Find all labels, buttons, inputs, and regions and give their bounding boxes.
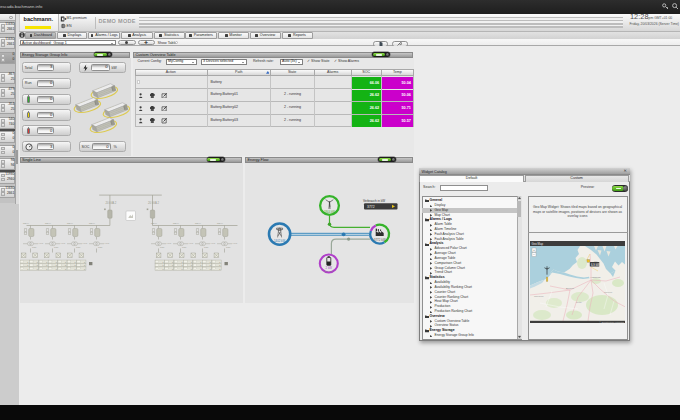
svg-text:Trafo: Trafo (204, 246, 208, 248)
svg-text:© OpenStreetMap contributors: © OpenStreetMap contributors (599, 320, 623, 322)
svg-text:x kW: x kW (82, 241, 87, 243)
svg-text:1402 kW: 1402 kW (274, 239, 285, 243)
svg-text:(266 kW): (266 kW) (324, 270, 334, 273)
svg-text:−: − (533, 252, 535, 256)
svg-text:Trafo: Trafo (160, 246, 164, 248)
svg-text:Trafo: Trafo (76, 246, 80, 248)
svg-text:Trafo: Trafo (182, 246, 186, 248)
svg-text:x kW: x kW (38, 241, 43, 243)
svg-text:NSHV: NSHV (45, 222, 52, 224)
svg-text:NSHV: NSHV (23, 222, 30, 224)
svg-text:Trafo: Trafo (54, 246, 58, 248)
svg-text:3772 kW: 3772 kW (374, 237, 386, 241)
svg-text:NSHV: NSHV (67, 222, 74, 224)
svg-text:NSHV: NSHV (89, 222, 96, 224)
svg-text:Schwerin: Schwerin (604, 291, 612, 293)
svg-text:NSHV: NSHV (217, 222, 224, 224)
svg-text:x kW: x kW (166, 241, 171, 243)
svg-text:6.9 kW: 6.9 kW (591, 262, 600, 266)
svg-text:1844 kW: 1844 kW (324, 209, 335, 213)
svg-text:Verbrauch in kW: Verbrauch in kW (363, 199, 385, 203)
svg-text:x kW: x kW (104, 241, 109, 243)
svg-text:Trafo: Trafo (32, 246, 36, 248)
svg-text:+: + (533, 248, 535, 252)
svg-text:20 kVA 2: 20 kVA 2 (105, 201, 116, 205)
svg-text:x kW: x kW (232, 241, 237, 243)
svg-text:Soltau: Soltau (576, 301, 582, 303)
svg-text:NSHV: NSHV (195, 222, 202, 224)
svg-text:Bremen: Bremen (566, 287, 575, 289)
svg-text:x kW: x kW (188, 241, 193, 243)
svg-text:x kW: x kW (210, 241, 215, 243)
svg-text:NSHV: NSHV (151, 222, 158, 224)
svg-text:Trafo: Trafo (226, 246, 230, 248)
svg-text:3772: 3772 (367, 204, 375, 208)
svg-text:Geo Map: Geo Map (531, 241, 543, 245)
svg-text:Trafo: Trafo (98, 246, 102, 248)
svg-text:x kW: x kW (60, 241, 65, 243)
svg-text:Oldenburg: Oldenburg (534, 295, 543, 297)
svg-text:20 kVA 2: 20 kVA 2 (148, 201, 159, 205)
svg-text:NSHV: NSHV (173, 222, 180, 224)
svg-text:Hamburg: Hamburg (590, 276, 601, 279)
